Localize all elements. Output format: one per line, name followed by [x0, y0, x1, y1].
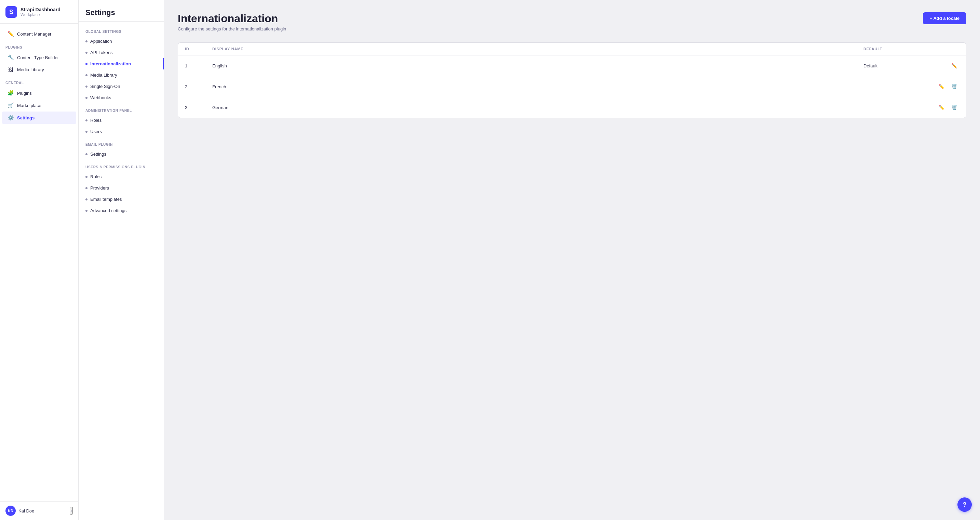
add-locale-button[interactable]: + Add a locale [923, 12, 966, 24]
settings-section-admin-label: ADMINISTRATION PANEL [79, 103, 164, 115]
settings-section-email-label: EMAIL PLUGIN [79, 137, 164, 148]
cell-id: 3 [185, 99, 212, 116]
nav-section-plugins: PLUGINS 🔧 Content-Type Builder 🖼 Media L… [0, 41, 78, 77]
bullet-icon [86, 40, 88, 42]
cell-id: 1 [185, 57, 212, 75]
sidebar-item-label: Marketplace [17, 103, 41, 108]
edit-button[interactable]: ✏️ [937, 83, 947, 91]
bullet-icon [86, 86, 88, 88]
content-type-builder-icon: 🔧 [8, 54, 14, 61]
sidebar-item-plugins[interactable]: 🧩 Plugins [2, 87, 76, 99]
cell-default [864, 80, 932, 93]
settings-item-api-tokens[interactable]: API Tokens [79, 47, 164, 58]
settings-item-email-templates[interactable]: Email templates [79, 194, 164, 205]
sidebar-item-content-type-builder[interactable]: 🔧 Content-Type Builder [2, 51, 76, 64]
settings-icon: ⚙️ [8, 115, 14, 121]
bullet-icon [86, 153, 88, 155]
page-subtitle: Configure the settings for the internati… [178, 26, 286, 32]
sidebar-item-label: Content-Type Builder [17, 55, 59, 60]
settings-item-label: Webhooks [90, 95, 111, 100]
row-actions: ✏️ 🗑️ [932, 76, 959, 97]
column-header-actions [932, 47, 959, 51]
settings-section-up-label: USERS & PERMISSIONS PLUGIN [79, 160, 164, 171]
page-title: Internationalization [178, 12, 286, 25]
settings-item-label: Single Sign-On [90, 84, 120, 89]
nav-section-main: ✏️ Content Manager [0, 24, 78, 41]
plugins-icon: 🧩 [8, 90, 14, 96]
settings-item-application[interactable]: Application [79, 35, 164, 47]
settings-section-email: EMAIL PLUGIN Settings [79, 137, 164, 160]
nav-bottom: KD Kai Doe ‹ [0, 501, 78, 520]
cell-display-name: English [212, 57, 864, 75]
column-header-default: DEFAULT [864, 47, 932, 51]
settings-section-global-label: GLOBAL SETTINGS [79, 24, 164, 35]
table-header: ID DISPLAY NAME DEFAULT [178, 43, 966, 56]
settings-item-label: Internationalization [90, 61, 131, 66]
cell-id: 2 [185, 78, 212, 96]
edit-button[interactable]: ✏️ [949, 62, 959, 70]
settings-item-webhooks[interactable]: Webhooks [79, 92, 164, 103]
sidebar-item-content-manager[interactable]: ✏️ Content Manager [2, 28, 76, 40]
edit-button[interactable]: ✏️ [937, 103, 947, 112]
settings-item-label: Settings [90, 152, 106, 157]
settings-sidebar: Settings GLOBAL SETTINGS Application API… [79, 0, 164, 520]
bullet-icon [86, 63, 88, 65]
brand-text: Strapi Dashboard Workplace [21, 7, 60, 17]
table-row: 2 French ✏️ 🗑️ [178, 76, 966, 97]
settings-section-users-permissions: USERS & PERMISSIONS PLUGIN Roles Provide… [79, 160, 164, 216]
sidebar-item-media-library[interactable]: 🖼 Media Library [2, 64, 76, 76]
bullet-icon [86, 120, 88, 121]
settings-item-advanced-settings[interactable]: Advanced settings [79, 205, 164, 216]
sidebar-item-settings[interactable]: ⚙️ Settings [2, 112, 76, 124]
brand-name: Strapi Dashboard [21, 7, 60, 12]
settings-item-label: Users [90, 129, 102, 134]
brand-subtitle: Workplace [21, 12, 60, 17]
settings-item-users[interactable]: Users [79, 126, 164, 137]
delete-button[interactable]: 🗑️ [949, 83, 959, 91]
bullet-icon [86, 198, 88, 201]
media-library-icon: 🖼 [8, 67, 14, 73]
collapse-nav-button[interactable]: ‹ [70, 507, 73, 515]
column-header-id: ID [185, 47, 212, 51]
settings-item-internationalization[interactable]: Internationalization [79, 58, 164, 69]
settings-item-media-library[interactable]: Media Library [79, 69, 164, 81]
settings-item-email-settings[interactable]: Settings [79, 148, 164, 160]
settings-item-label: Advanced settings [90, 208, 126, 213]
settings-item-label: Roles [90, 118, 102, 123]
marketplace-icon: 🛒 [8, 102, 14, 108]
cell-default: Default [864, 57, 932, 75]
settings-item-single-sign-on[interactable]: Single Sign-On [79, 81, 164, 92]
sidebar-item-label: Plugins [17, 91, 32, 96]
locale-table: ID DISPLAY NAME DEFAULT 1 English Defaul… [178, 42, 966, 118]
settings-item-label: API Tokens [90, 50, 113, 55]
user-info: KD Kai Doe [5, 506, 34, 516]
bullet-icon [86, 187, 88, 189]
settings-item-label: Providers [90, 185, 109, 191]
bullet-icon [86, 131, 88, 133]
settings-section-admin: ADMINISTRATION PANEL Roles Users [79, 103, 164, 137]
sidebar-item-label: Content Manager [17, 32, 51, 37]
sidebar-item-label: Media Library [17, 67, 44, 72]
settings-item-label: Email templates [90, 197, 122, 202]
table-row: 1 English Default ✏️ [178, 56, 966, 76]
settings-item-roles[interactable]: Roles [79, 115, 164, 126]
page-header-text: Internationalization Configure the setti… [178, 12, 286, 32]
brand-logo: S [5, 6, 17, 18]
settings-item-label: Media Library [90, 73, 117, 78]
table-row: 3 German ✏️ 🗑️ [178, 97, 966, 118]
settings-section-global: GLOBAL SETTINGS Application API Tokens I… [79, 24, 164, 103]
bullet-icon [86, 210, 88, 212]
page-header: Internationalization Configure the setti… [178, 12, 966, 32]
help-button[interactable]: ? [958, 498, 972, 512]
content-manager-icon: ✏️ [8, 31, 14, 37]
left-navigation: S Strapi Dashboard Workplace ✏️ Content … [0, 0, 79, 520]
sidebar-item-marketplace[interactable]: 🛒 Marketplace [2, 99, 76, 112]
settings-item-up-roles[interactable]: Roles [79, 171, 164, 182]
avatar: KD [5, 506, 16, 516]
delete-button[interactable]: 🗑️ [949, 103, 959, 112]
bullet-icon [86, 52, 88, 54]
settings-item-label: Application [90, 39, 112, 44]
sidebar-item-label: Settings [17, 115, 35, 120]
settings-item-providers[interactable]: Providers [79, 182, 164, 194]
brand-header: S Strapi Dashboard Workplace [0, 0, 78, 24]
